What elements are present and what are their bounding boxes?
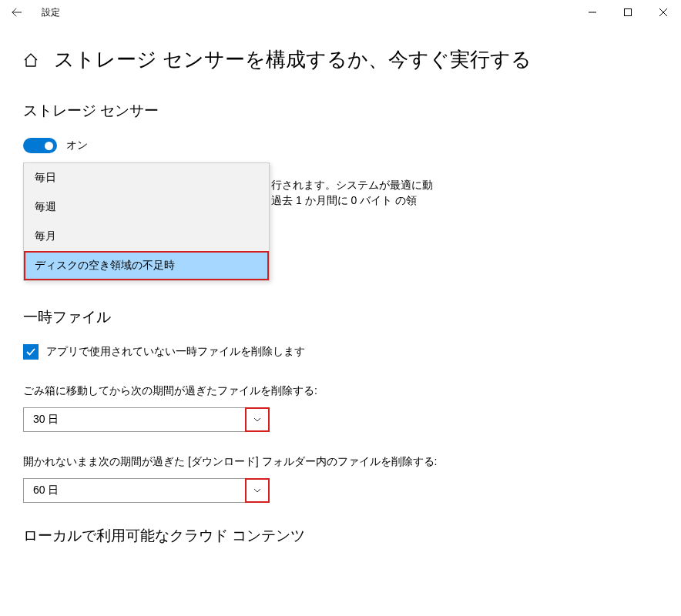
window-titlebar: 設定	[0, 0, 681, 25]
storage-sensor-toggle-row: オン	[23, 138, 658, 153]
titlebar-left: 設定	[0, 5, 60, 20]
minimize-button[interactable]	[575, 0, 610, 25]
storage-sensor-toggle[interactable]	[23, 138, 57, 153]
toggle-label: オン	[66, 139, 88, 152]
page-header: ストレージ センサーを構成するか、今すぐ実行する	[23, 46, 658, 73]
storage-sensor-description: 行されます。システムが最適に動 過去 1 か月間に 0 バイト の領	[271, 177, 433, 208]
downloads-value: 60 日	[33, 484, 59, 497]
recycle-chevron	[246, 408, 269, 431]
page-title: ストレージ センサーを構成するか、今すぐ実行する	[54, 46, 532, 73]
dropdown-option-daily[interactable]: 毎日	[24, 163, 269, 192]
downloads-label: 開かれないまま次の期間が過ぎた [ダウンロード] フォルダー内のファイルを削除す…	[23, 455, 658, 469]
dropdown-option-low-disk[interactable]: ディスクの空き領域の不足時	[24, 251, 269, 280]
toggle-knob	[45, 142, 53, 150]
desc-line-2: 過去 1 か月間に 0 バイト の領	[271, 192, 433, 208]
temp-files-heading: 一時ファイル	[23, 307, 658, 327]
delete-temp-checkbox[interactable]	[23, 344, 39, 360]
maximize-icon	[624, 8, 632, 16]
chevron-down-icon	[253, 415, 262, 424]
home-icon-svg	[23, 52, 39, 68]
downloads-chevron	[246, 479, 269, 502]
recycle-bin-label: ごみ箱に移動してから次の期間が過ぎたファイルを削除する:	[23, 384, 658, 398]
minimize-icon	[589, 8, 596, 16]
chevron-down-icon	[253, 486, 262, 495]
content-area: ストレージ センサーを構成するか、今すぐ実行する ストレージ センサー オン 行…	[0, 25, 681, 546]
temp-files-section: 一時ファイル アプリで使用されていない一時ファイルを削除します ごみ箱に移動して…	[23, 307, 658, 546]
check-icon	[25, 346, 36, 357]
desc-line-1: 行されます。システムが最適に動	[271, 177, 433, 192]
back-button[interactable]	[9, 5, 25, 20]
home-icon[interactable]	[23, 52, 39, 68]
dropdown-option-monthly[interactable]: 毎月	[24, 222, 269, 251]
dropdown-option-weekly[interactable]: 毎週	[24, 192, 269, 222]
close-button[interactable]	[646, 0, 681, 25]
cloud-content-heading: ローカルで利用可能なクラウド コンテンツ	[23, 526, 658, 546]
recycle-bin-value: 30 日	[33, 413, 59, 427]
delete-temp-label: アプリで使用されていない一時ファイルを削除します	[46, 345, 305, 359]
window-controls	[575, 0, 681, 25]
frequency-dropdown: 毎日 毎週 毎月 ディスクの空き領域の不足時	[23, 162, 270, 281]
back-arrow-icon	[12, 7, 22, 18]
maximize-button[interactable]	[610, 0, 646, 25]
close-icon	[659, 8, 667, 16]
downloads-select[interactable]: 60 日	[23, 478, 270, 503]
app-title: 設定	[42, 6, 60, 19]
storage-sensor-heading: ストレージ センサー	[23, 101, 658, 121]
svg-rect-1	[625, 9, 632, 16]
recycle-bin-select[interactable]: 30 日	[23, 407, 270, 432]
delete-temp-checkbox-row: アプリで使用されていない一時ファイルを削除します	[23, 344, 658, 360]
